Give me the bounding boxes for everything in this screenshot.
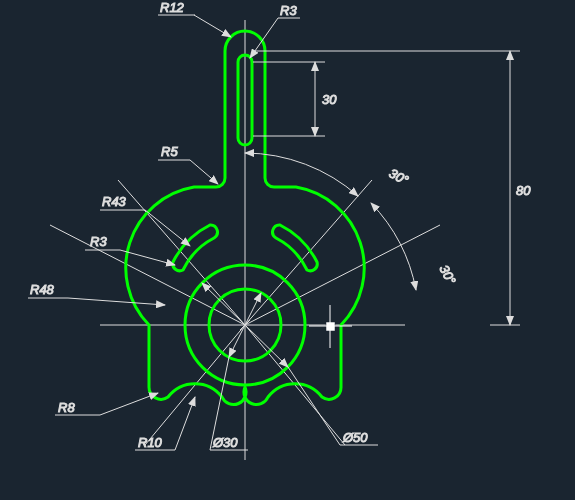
cad-canvas[interactable]: 80 30 30° 30° R12 R3 R5 R43 R3: [0, 0, 575, 500]
r10-callout: R10: [135, 397, 195, 450]
dim-80-text: 80: [516, 183, 531, 198]
r3top-text: R3: [280, 3, 297, 18]
dim-30-text: 30: [322, 92, 337, 107]
r5-callout: R5: [158, 144, 218, 184]
r3top-callout: R3: [250, 3, 300, 58]
svg-line-36: [288, 367, 340, 445]
d30-text: Ø30: [212, 435, 238, 450]
svg-line-16: [194, 15, 231, 37]
r10-text: R10: [138, 435, 163, 450]
ang30a-text: 30°: [387, 165, 411, 187]
r48-callout: R48: [28, 282, 165, 305]
r12-callout: R12: [158, 0, 231, 37]
svg-line-7: [50, 225, 245, 325]
left-slot: [173, 225, 218, 271]
svg-line-22: [145, 210, 190, 246]
r48-text: R48: [30, 282, 55, 297]
r12-text: R12: [160, 0, 185, 15]
dim-angle-30a: 30°: [245, 153, 411, 196]
r8-text: R8: [58, 400, 75, 415]
ang30b-text: 30°: [436, 262, 458, 286]
svg-line-26: [68, 298, 165, 305]
r5-text: R5: [161, 144, 178, 159]
svg-line-28: [100, 393, 158, 415]
svg-line-20: [190, 160, 218, 184]
r3mid-text: R3: [90, 234, 107, 249]
dim-angle-30b: 30°: [371, 203, 459, 290]
r43-text: R43: [102, 194, 127, 209]
cursor-icon: [309, 305, 352, 348]
svg-line-4: [245, 180, 372, 325]
r43-callout: R43: [100, 194, 190, 246]
right-slot: [273, 225, 318, 271]
r8-callout: R8: [55, 393, 158, 415]
d30-callout: Ø30: [210, 293, 261, 450]
d50-text: Ø50: [342, 430, 368, 445]
svg-line-24: [120, 250, 175, 265]
svg-line-5: [245, 225, 440, 325]
